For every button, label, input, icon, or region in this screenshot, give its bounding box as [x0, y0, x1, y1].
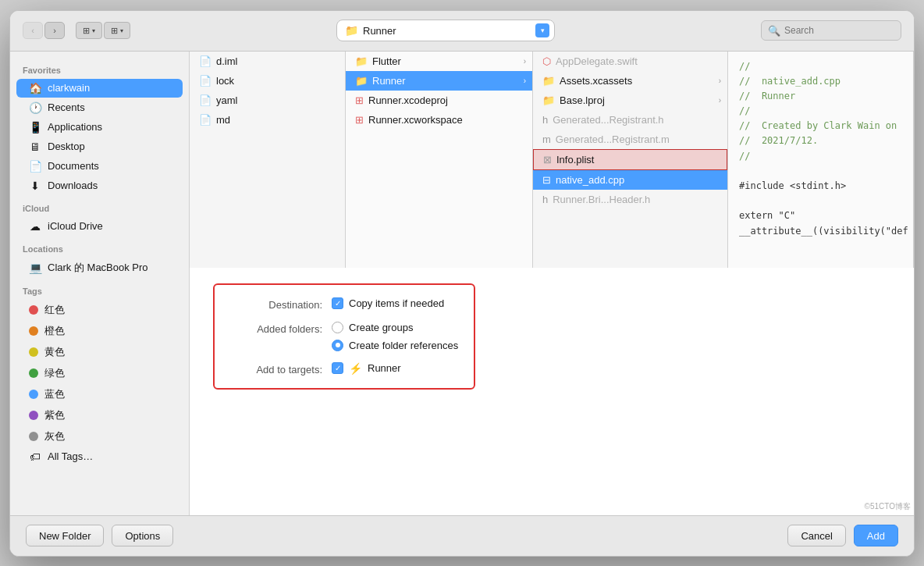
- file-icon: 📄: [199, 75, 211, 87]
- view-toggle: ⊞ ▾ ⊞ ▾: [76, 22, 130, 39]
- sidebar-label-documents: Documents: [48, 160, 99, 172]
- chevron-right-icon: ›: [719, 77, 721, 85]
- create-groups-radio[interactable]: [332, 322, 343, 333]
- grid-icon: ⊞: [111, 26, 118, 36]
- sidebar-item-clarkwain[interactable]: 🏠 clarkwain: [16, 79, 183, 98]
- nav-buttons: ‹ ›: [23, 22, 65, 39]
- list-item[interactable]: m Generated...Registrant.m: [533, 130, 727, 149]
- tag-dot-orange: [29, 326, 38, 336]
- sidebar-label-tag-yellow: 黄色: [44, 345, 65, 359]
- sidebar-item-tag-purple[interactable]: 紫色: [16, 405, 183, 425]
- file-icon: 📄: [199, 114, 211, 126]
- list-item[interactable]: 📁 Flutter ›: [346, 52, 532, 71]
- list-item[interactable]: 📁 Runner ›: [346, 71, 532, 91]
- path-bar: 📁 Runner ▾: [138, 20, 753, 41]
- sidebar-item-tag-gray[interactable]: 灰色: [16, 426, 183, 447]
- sidebar-item-tag-green[interactable]: 绿色: [16, 363, 183, 383]
- sidebar-item-recents[interactable]: 🕐 Recents: [16, 98, 183, 117]
- documents-icon: 📄: [29, 160, 41, 173]
- code-line: #include <stdint.h>: [739, 179, 902, 194]
- copy-items-checkbox[interactable]: ✓: [332, 297, 343, 309]
- destination-label: Destination:: [230, 297, 332, 311]
- file-icon: 📄: [199, 94, 211, 106]
- code-line: //: [739, 104, 902, 119]
- runner-app-icon: ⚡: [349, 362, 362, 375]
- bottom-right-buttons: Cancel Add: [787, 525, 898, 546]
- cancel-button[interactable]: Cancel: [787, 525, 845, 546]
- code-line: extern "C": [739, 208, 902, 223]
- folder-icon: 📁: [355, 55, 368, 67]
- sidebar-item-icloud-drive[interactable]: ☁ iCloud Drive: [16, 217, 183, 236]
- list-item[interactable]: 📁 Assets.xcassets ›: [533, 71, 727, 91]
- list-item[interactable]: ⬡ AppDelegate.swift: [533, 52, 727, 71]
- sidebar-item-applications[interactable]: 📱 Applications: [16, 118, 183, 137]
- sidebar-label-tag-purple: 紫色: [44, 408, 65, 422]
- sidebar-item-all-tags[interactable]: 🏷 All Tags…: [16, 447, 183, 466]
- path-input-container[interactable]: 📁 Runner ▾: [336, 20, 555, 41]
- tag-dot-red: [29, 305, 38, 315]
- view-columns-button[interactable]: ⊞ ▾: [76, 22, 102, 39]
- columns-area: 📄 d.iml 📄 lock 📄 yaml 📄 md: [190, 52, 914, 268]
- bottom-left-buttons: New Folder Options: [26, 525, 173, 546]
- path-label: Runner: [363, 25, 396, 37]
- list-item[interactable]: 📄 d.iml: [190, 52, 345, 71]
- list-item-info-plist[interactable]: ⊠ Info.plist: [533, 149, 727, 170]
- code-line: // Created by Clark Wain on: [739, 119, 902, 133]
- code-line: [739, 194, 902, 208]
- favorites-section-title: Favorites: [10, 58, 189, 78]
- code-line: // Runner: [739, 89, 902, 104]
- list-item-native-add-cpp[interactable]: ⊟ native_add.cpp: [533, 170, 727, 190]
- sidebar-item-documents[interactable]: 📄 Documents: [16, 157, 183, 176]
- view-grid-button[interactable]: ⊞ ▾: [104, 22, 130, 39]
- copy-items-label: Copy items if needed: [349, 297, 444, 309]
- sidebar-item-tag-blue[interactable]: 蓝色: [16, 384, 183, 404]
- file-column-3: ⬡ AppDelegate.swift 📁 Assets.xcassets › …: [533, 52, 728, 268]
- sidebar-item-tag-yellow[interactable]: 黄色: [16, 342, 183, 362]
- list-item[interactable]: 📄 md: [190, 110, 345, 130]
- add-to-targets-label: Add to targets:: [230, 362, 332, 376]
- list-item[interactable]: h Runner.Bri...Header.h: [533, 190, 727, 209]
- sidebar-label-all-tags: All Tags…: [48, 450, 93, 462]
- sidebar-item-tag-orange[interactable]: 橙色: [16, 321, 183, 341]
- list-item[interactable]: 📄 lock: [190, 71, 345, 91]
- file-column-1: 📄 d.iml 📄 lock 📄 yaml 📄 md: [190, 52, 346, 268]
- create-folder-refs-label: Create folder references: [349, 340, 458, 351]
- list-item[interactable]: h Generated...Registrant.h: [533, 110, 727, 130]
- sidebar-item-downloads[interactable]: ⬇ Downloads: [16, 176, 183, 195]
- icloud-icon: ☁: [29, 220, 41, 233]
- file-icon: ⊞: [355, 114, 364, 126]
- runner-checkbox[interactable]: ✓: [332, 362, 343, 374]
- sidebar-item-macbook[interactable]: 💻 Clark 的 MacBook Pro: [16, 258, 183, 278]
- options-button[interactable]: Options: [112, 525, 173, 546]
- list-item[interactable]: ⊞ Runner.xcworkspace: [346, 110, 532, 130]
- tags-icon: 🏷: [29, 450, 41, 463]
- code-preview: // // native_add.cpp // Runner // // Cre…: [728, 52, 914, 268]
- tag-dot-gray: [29, 432, 38, 441]
- sidebar-item-desktop[interactable]: 🖥 Desktop: [16, 137, 183, 156]
- plist-icon: ⊠: [543, 154, 552, 166]
- added-folders-label: Added folders:: [230, 322, 332, 335]
- targets-controls: ✓ ⚡ Runner: [332, 362, 401, 375]
- list-item[interactable]: ⊞ Runner.xcodeproj: [346, 91, 532, 110]
- back-button[interactable]: ‹: [23, 22, 43, 39]
- add-button[interactable]: Add: [854, 525, 898, 546]
- watermark: ©51CTO博客: [865, 501, 911, 512]
- list-item[interactable]: 📄 yaml: [190, 91, 345, 110]
- overlay-panel: Destination: ✓ Copy items if needed Adde…: [190, 268, 914, 515]
- sidebar-label-tag-orange: 橙色: [44, 324, 65, 338]
- new-folder-button[interactable]: New Folder: [26, 525, 104, 546]
- tags-section-title: Tags: [10, 279, 189, 299]
- code-line: __attribute__((visibility("def: [739, 224, 902, 239]
- create-folder-refs-radio[interactable]: [332, 340, 343, 351]
- forward-button[interactable]: ›: [44, 22, 65, 39]
- sidebar-label-tag-gray: 灰色: [44, 429, 65, 443]
- sidebar-item-tag-red[interactable]: 红色: [16, 300, 183, 320]
- path-dropdown-button[interactable]: ▾: [535, 23, 549, 37]
- home-icon: 🏠: [29, 82, 41, 94]
- search-input[interactable]: [784, 25, 894, 36]
- recents-icon: 🕐: [29, 101, 41, 114]
- list-item[interactable]: 📁 Base.lproj ›: [533, 91, 727, 110]
- code-line: //: [739, 149, 902, 164]
- file-icon: ⊞: [355, 94, 364, 106]
- file-column-2: 📁 Flutter › 📁 Runner › ⊞ Runner.xcodepro…: [346, 52, 533, 268]
